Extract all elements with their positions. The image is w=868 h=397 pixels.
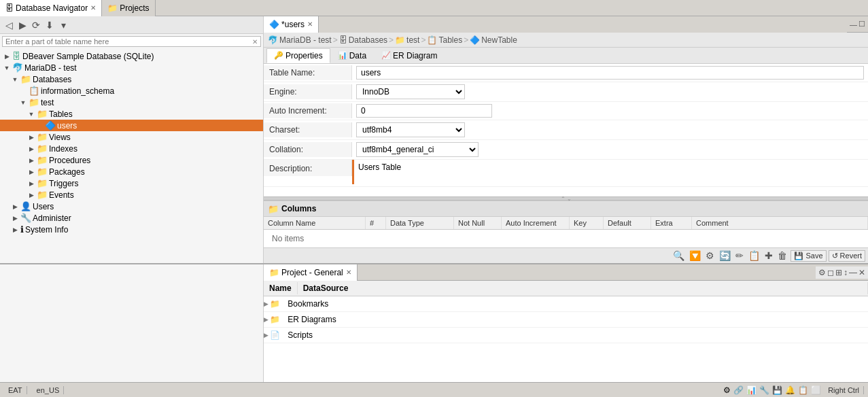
users-tab-icon: 🔷 (269, 20, 279, 29)
col-header-extra: Extra (651, 217, 692, 229)
window-tabs-bar: 🗄 Database Navigator ✕ 📁 Projects (0, 0, 868, 16)
back-icon[interactable]: ◁ (3, 20, 15, 31)
bottom-row-scripts[interactable]: ▶ 📄 Scripts (264, 328, 868, 343)
settings-btn[interactable]: ⚙ (704, 249, 716, 262)
status-icon-8[interactable]: ⬜ (811, 385, 821, 395)
forward-icon[interactable]: ▶ (16, 20, 29, 31)
bottom-row-bookmarks[interactable]: ▶ 📁 Bookmarks (264, 296, 868, 312)
clear-search-icon[interactable]: ✕ (252, 38, 258, 46)
status-icon-5[interactable]: 💾 (772, 385, 782, 395)
bottom-area: 📁 Project - General ✕ ⚙ ◻ ⊞ ↕ — ✕ Name D… (0, 263, 868, 382)
status-icon-3[interactable]: 📊 (746, 385, 757, 395)
bottom-panel: 📁 Project - General ✕ ⚙ ◻ ⊞ ↕ — ✕ Name D… (264, 264, 868, 382)
bottom-row-er-diagrams[interactable]: ▶ 📁 ER Diagrams (264, 312, 868, 328)
mariadb-arrow-icon (3, 65, 11, 71)
bottom-col-name: Name (264, 282, 298, 294)
tables-arrow-icon (27, 111, 35, 118)
tree-item-triggers[interactable]: 📁 Triggers (0, 177, 263, 189)
bottom-resize-icon[interactable]: ↕ (844, 268, 848, 277)
columns-title: Columns (281, 204, 316, 213)
delete-btn[interactable]: 🗑 (776, 249, 788, 262)
projects-icon: 📁 (107, 3, 118, 13)
bottom-dash-icon[interactable]: — (849, 268, 857, 277)
right-panel-minimize-icon[interactable]: — (850, 20, 857, 29)
prop-row-collation: Collation: utf8mb4_general_ci utf8mb4_un… (264, 140, 868, 160)
revert-button[interactable]: ↺ Revert (829, 250, 865, 262)
status-icon-6[interactable]: 🔔 (785, 385, 795, 395)
table-name-input[interactable] (356, 66, 864, 80)
filter2-btn[interactable]: 🔽 (688, 249, 702, 262)
tab-database-navigator[interactable]: 🗄 Database Navigator ✕ (0, 0, 102, 16)
bottom-tab-project[interactable]: 📁 Project - General ✕ (264, 264, 358, 281)
tab-properties[interactable]: 🔑 Properties (266, 48, 330, 63)
tree-item-views[interactable]: 📁 Views (0, 131, 263, 143)
tree-item-dbeaver[interactable]: 🗄 DBeaver Sample Database (SQLite) (0, 50, 263, 62)
tree-item-events[interactable]: 📁 Events (0, 189, 263, 201)
right-tab-users[interactable]: 🔷 *users ✕ (264, 16, 319, 33)
menu-icon[interactable]: ▾ (57, 20, 69, 31)
collapse-icon[interactable]: ⬇ (44, 20, 56, 31)
dbeaver-label: DBeaver Sample Database (SQLite) (22, 52, 154, 61)
description-input[interactable]: Users Table (352, 160, 868, 184)
status-icon-7[interactable]: 📋 (798, 385, 808, 395)
status-icon-1[interactable]: ⚙ (723, 385, 731, 395)
breadcrumb-test-icon: 📁 (395, 35, 405, 45)
tree-item-test[interactable]: 📁 test (0, 97, 263, 108)
tree-item-procedures[interactable]: 📁 Procedures (0, 154, 263, 166)
engine-select[interactable]: InnoDB MyISAM MEMORY (356, 84, 465, 99)
tables-label: Tables (49, 109, 73, 119)
col-header-key: Key (570, 217, 604, 229)
refresh-btn[interactable]: 🔄 (718, 249, 732, 262)
procedures-label: Procedures (49, 156, 90, 165)
charset-select[interactable]: utf8mb4 utf8 latin1 (356, 122, 465, 137)
search-input[interactable] (5, 37, 252, 46)
tree-item-indexes[interactable]: 📁 Indexes (0, 143, 263, 154)
bottom-left-spacer (0, 264, 264, 382)
breadcrumb-newtable-icon: 🔷 (470, 35, 480, 45)
tree-item-databases[interactable]: 📁 Databases (0, 73, 263, 85)
mariadb-icon: 🐬 (12, 63, 23, 73)
views-label: Views (49, 133, 71, 142)
add-btn[interactable]: ✚ (763, 249, 774, 262)
refresh-icon[interactable]: ⟳ (30, 20, 42, 31)
filter-btn[interactable]: 🔍 (672, 249, 686, 262)
table-name-label: Table Name: (264, 65, 352, 80)
bookmarks-arrow-icon[interactable]: ▶ (264, 300, 268, 307)
project-tab-close-icon[interactable]: ✕ (346, 269, 351, 276)
auto-increment-value-cell (352, 102, 868, 120)
users-tab-close-icon[interactable]: ✕ (307, 20, 313, 28)
save-button[interactable]: 💾 Save (791, 250, 826, 262)
bottom-settings-icon[interactable]: ⚙ (818, 268, 826, 277)
tree-item-users-root[interactable]: 👤 Users (0, 201, 263, 212)
breadcrumb-tables-icon: 📋 (427, 35, 437, 45)
tree-item-system-info[interactable]: ℹ System Info (0, 224, 263, 235)
breadcrumb-mariadb-icon: 🐬 (268, 35, 278, 45)
scripts-arrow-icon[interactable]: ▶ (264, 332, 268, 339)
tree-item-packages[interactable]: 📁 Packages (0, 166, 263, 177)
er-diagrams-arrow-icon[interactable]: ▶ (264, 316, 268, 323)
edit-btn[interactable]: ✏ (734, 249, 745, 262)
prop-row-table-name: Table Name: (264, 64, 868, 82)
tree-item-tables[interactable]: 📁 Tables (0, 108, 263, 120)
status-icon-4[interactable]: 🔧 (759, 385, 769, 395)
tree-item-users[interactable]: 🔷 users (0, 120, 263, 131)
status-icon-2[interactable]: 🔗 (733, 385, 744, 395)
bottom-minimize-icon[interactable]: ◻ (827, 268, 834, 277)
bottom-grid-icon[interactable]: ⊞ (835, 268, 842, 277)
databases-folder-icon: 📁 (20, 74, 31, 84)
bottom-close-icon[interactable]: ✕ (858, 268, 865, 277)
collation-select[interactable]: utf8mb4_general_ci utf8mb4_unicode_ci (356, 142, 479, 157)
tab-er-diagram[interactable]: 📈 ER Diagram (374, 48, 445, 63)
copy-btn[interactable]: 📋 (747, 249, 761, 262)
tree-item-mariadb[interactable]: 🐬 MariaDB - test (0, 62, 263, 73)
right-panel-maximize-icon[interactable]: ☐ (858, 20, 865, 29)
auto-increment-input[interactable] (356, 104, 492, 118)
tab-data[interactable]: 📊 Data (330, 48, 374, 63)
tree-item-administer[interactable]: 🔧 Administer (0, 212, 263, 224)
db-navigator-close-icon[interactable]: ✕ (90, 4, 96, 12)
databases-label: Databases (33, 75, 71, 84)
left-toolbar-icons: ◁ ▶ ⟳ ⬇ ▾ (3, 20, 69, 31)
tree-item-info-schema[interactable]: 📋 information_schema (0, 85, 263, 97)
tab-projects[interactable]: 📁 Projects (102, 0, 155, 16)
breadcrumb-databases-icon: 🗄 (339, 35, 347, 45)
